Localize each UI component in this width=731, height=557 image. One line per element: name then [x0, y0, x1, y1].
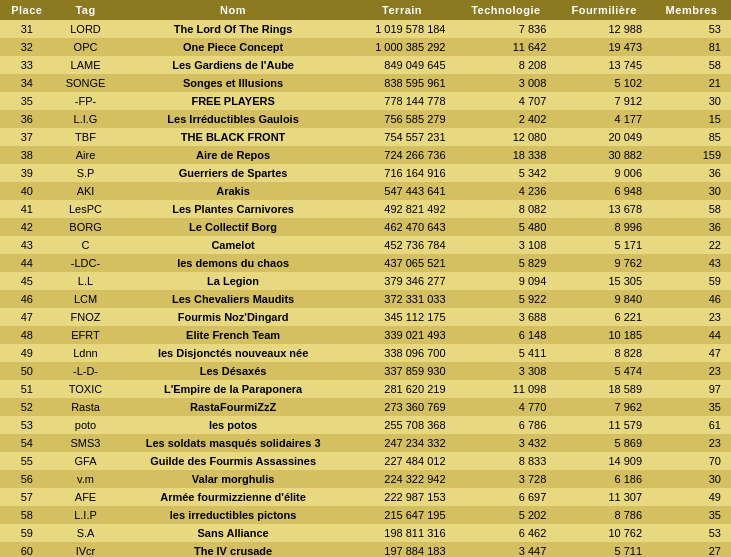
table-row: 37TBFTHE BLACK FRONT754 557 23112 08020 …: [0, 128, 731, 146]
table-cell: 462 470 643: [349, 218, 456, 236]
table-cell: 11 579: [556, 416, 652, 434]
table-cell: 4 770: [456, 398, 557, 416]
table-cell: 1 000 385 292: [349, 38, 456, 56]
table-cell: 36: [0, 110, 54, 128]
table-cell: 42: [0, 218, 54, 236]
table-row: 33LAMELes Gardiens de l'Aube849 049 6458…: [0, 56, 731, 74]
table-cell: les potos: [118, 416, 349, 434]
col-place: Place: [0, 0, 54, 20]
table-row: 52RastaRastaFourmiZzZ273 360 7694 7707 9…: [0, 398, 731, 416]
table-cell: 224 322 942: [349, 470, 456, 488]
table-cell: les demons du chaos: [118, 254, 349, 272]
table-cell: 49: [652, 488, 731, 506]
table-cell: 492 821 492: [349, 200, 456, 218]
table-cell: BORG: [54, 218, 118, 236]
table-cell: 849 049 645: [349, 56, 456, 74]
table-cell: 8 082: [456, 200, 557, 218]
table-cell: 339 021 493: [349, 326, 456, 344]
table-cell: 52: [0, 398, 54, 416]
table-cell: Rasta: [54, 398, 118, 416]
table-row: 48EFRTElite French Team339 021 4936 1481…: [0, 326, 731, 344]
table-cell: L.L: [54, 272, 118, 290]
table-row: 56v.mValar morghulis224 322 9423 7286 18…: [0, 470, 731, 488]
table-cell: 337 859 930: [349, 362, 456, 380]
table-cell: 53: [652, 524, 731, 542]
table-cell: 11 307: [556, 488, 652, 506]
table-cell: FREE PLAYERS: [118, 92, 349, 110]
table-cell: FNOZ: [54, 308, 118, 326]
table-cell: 1 019 578 184: [349, 20, 456, 38]
table-cell: 5 102: [556, 74, 652, 92]
table-cell: 33: [0, 56, 54, 74]
table-cell: 48: [0, 326, 54, 344]
table-cell: 547 443 641: [349, 182, 456, 200]
table-cell: 5 829: [456, 254, 557, 272]
col-membres: Membres: [652, 0, 731, 20]
table-cell: Guerriers de Spartes: [118, 164, 349, 182]
table-cell: 11 642: [456, 38, 557, 56]
table-cell: 716 164 916: [349, 164, 456, 182]
table-cell: 35: [0, 92, 54, 110]
table-cell: 44: [652, 326, 731, 344]
table-row: 40AKIArakis547 443 6414 2366 94830: [0, 182, 731, 200]
table-cell: 54: [0, 434, 54, 452]
table-cell: 15 305: [556, 272, 652, 290]
table-cell: 60: [0, 542, 54, 557]
table-cell: 6 221: [556, 308, 652, 326]
table-cell: 36: [652, 164, 731, 182]
table-cell: 7 836: [456, 20, 557, 38]
table-cell: 4 707: [456, 92, 557, 110]
table-cell: 754 557 231: [349, 128, 456, 146]
table-cell: 345 112 175: [349, 308, 456, 326]
table-cell: 3 688: [456, 308, 557, 326]
table-cell: Les Gardiens de l'Aube: [118, 56, 349, 74]
table-cell: 21: [652, 74, 731, 92]
table-cell: 6 186: [556, 470, 652, 488]
table-cell: 49: [0, 344, 54, 362]
table-cell: 50: [0, 362, 54, 380]
table-cell: LesPC: [54, 200, 118, 218]
table-cell: TBF: [54, 128, 118, 146]
table-cell: La Legion: [118, 272, 349, 290]
table-cell: 8 833: [456, 452, 557, 470]
table-row: 31LORDThe Lord Of The Rings1 019 578 184…: [0, 20, 731, 38]
table-row: 41LesPCLes Plantes Carnivores492 821 492…: [0, 200, 731, 218]
table-cell: v.m: [54, 470, 118, 488]
col-technologie: Technologie: [456, 0, 557, 20]
table-cell: 5 711: [556, 542, 652, 557]
table-cell: 5 342: [456, 164, 557, 182]
table-cell: 97: [652, 380, 731, 398]
table-cell: 3 008: [456, 74, 557, 92]
table-cell: L.I.G: [54, 110, 118, 128]
table-cell: Fourmis Noz'Dingard: [118, 308, 349, 326]
table-cell: IVcr: [54, 542, 118, 557]
table-cell: SMS3: [54, 434, 118, 452]
table-cell: 18 338: [456, 146, 557, 164]
table-cell: The IV crusade: [118, 542, 349, 557]
table-cell: 45: [0, 272, 54, 290]
table-cell: les irreductibles pictons: [118, 506, 349, 524]
table-cell: 5 202: [456, 506, 557, 524]
table-cell: 57: [0, 488, 54, 506]
table-cell: 10 185: [556, 326, 652, 344]
table-cell: 59: [0, 524, 54, 542]
table-cell: -FP-: [54, 92, 118, 110]
table-cell: 8 786: [556, 506, 652, 524]
table-cell: 13 745: [556, 56, 652, 74]
table-cell: 30: [652, 182, 731, 200]
table-cell: 838 595 961: [349, 74, 456, 92]
table-row: 49Ldnnles Disjonctés nouveaux née338 096…: [0, 344, 731, 362]
table-cell: 47: [652, 344, 731, 362]
table-row: 58L.I.Ples irreductibles pictons215 647 …: [0, 506, 731, 524]
table-cell: 273 360 769: [349, 398, 456, 416]
table-cell: Camelot: [118, 236, 349, 254]
table-row: 55GFAGuilde des Fourmis Assassines227 48…: [0, 452, 731, 470]
table-cell: 7 912: [556, 92, 652, 110]
table-cell: 43: [0, 236, 54, 254]
table-cell: 756 585 279: [349, 110, 456, 128]
table-cell: EFRT: [54, 326, 118, 344]
table-cell: 81: [652, 38, 731, 56]
table-cell: Guilde des Fourmis Assassines: [118, 452, 349, 470]
table-cell: 4 177: [556, 110, 652, 128]
table-cell: Valar morghulis: [118, 470, 349, 488]
